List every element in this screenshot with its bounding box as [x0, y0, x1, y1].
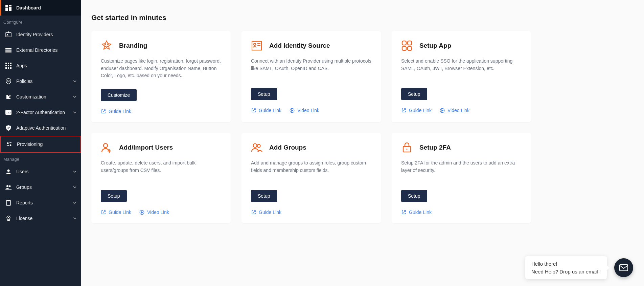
- setup-button[interactable]: Setup: [401, 88, 427, 100]
- svg-rect-15: [8, 65, 9, 66]
- sidebar-item-groups[interactable]: Groups: [0, 179, 81, 195]
- sidebar-item-label: Identity Providers: [16, 32, 76, 37]
- card-desc: Add and manage groups to assign roles, g…: [251, 159, 371, 180]
- svg-point-27: [9, 185, 11, 187]
- sidebar-item-dashboard[interactable]: Dashboard: [0, 0, 81, 16]
- sidebar-item-label: Adaptive Authentication: [16, 125, 76, 131]
- play-circle-icon: [290, 108, 295, 113]
- sidebar-item-label: Users: [16, 169, 73, 174]
- dashboard-icon: [5, 4, 12, 12]
- svg-rect-2: [9, 7, 12, 11]
- svg-rect-11: [5, 63, 7, 64]
- svg-point-24: [10, 145, 12, 146]
- setup-button[interactable]: Setup: [251, 88, 277, 100]
- card-title: Branding: [119, 42, 147, 49]
- chat-bubble: Hello there! Need Help? Drop us an email…: [525, 256, 607, 279]
- card-desc: Select and enable SSO for the applicatio…: [401, 58, 522, 79]
- sidebar-item-users[interactable]: Users: [0, 164, 81, 179]
- svg-rect-10: [5, 51, 12, 52]
- users-group-icon: [251, 142, 262, 153]
- guide-link[interactable]: Guide Link: [251, 108, 281, 113]
- link-text: Guide Link: [109, 210, 131, 215]
- card-add-users: Add/Import Users Create, update, delete …: [91, 133, 231, 223]
- card-setup-2fa: Setup 2FA Setup 2FA for the admin and th…: [392, 133, 531, 223]
- card-title: Add/Import Users: [119, 144, 173, 151]
- svg-rect-18: [8, 67, 9, 69]
- guide-link[interactable]: Guide Link: [101, 210, 131, 215]
- guide-link[interactable]: Guide Link: [251, 210, 281, 215]
- guide-link[interactable]: Guide Link: [401, 108, 432, 113]
- customize-button[interactable]: Customize: [101, 89, 137, 101]
- puzzle-icon: [5, 93, 12, 101]
- sidebar-item-adaptive-auth[interactable]: Adaptive Authentication: [0, 120, 81, 136]
- app-grid-icon: [401, 40, 413, 51]
- apps-grid-icon: [5, 62, 12, 69]
- guide-link[interactable]: Guide Link: [101, 109, 131, 114]
- card-branding: Branding Customize pages like login, reg…: [91, 31, 231, 122]
- card-setup-app: Setup App Select and enable SSO for the …: [392, 31, 531, 122]
- card-desc: Connect with an Identity Provider using …: [251, 58, 371, 79]
- list-icon: [5, 46, 12, 54]
- clipboard-icon: [5, 199, 12, 206]
- video-link[interactable]: Video Link: [139, 210, 169, 215]
- sidebar-item-label: Apps: [16, 63, 76, 68]
- sidebar-item-label: License: [16, 216, 73, 221]
- sidebar-item-identity-providers[interactable]: Identity Providers: [0, 27, 81, 42]
- shield-gear-icon: [5, 78, 12, 85]
- card-desc: Setup 2FA for the admin and the users to…: [401, 159, 522, 180]
- guide-link[interactable]: Guide Link: [401, 210, 432, 215]
- play-circle-icon: [139, 210, 145, 215]
- video-link[interactable]: Video Link: [290, 108, 319, 113]
- chevron-down-icon: [73, 95, 76, 98]
- svg-rect-19: [10, 67, 12, 69]
- chevron-down-icon: [73, 80, 76, 83]
- external-link-icon: [401, 210, 407, 215]
- setup-button[interactable]: Setup: [401, 190, 427, 202]
- chevron-down-icon: [73, 201, 76, 204]
- chevron-down-icon: [73, 185, 76, 189]
- card-title: Add Groups: [269, 144, 306, 151]
- lock-icon: [401, 142, 413, 153]
- external-link-icon: [251, 108, 256, 113]
- svg-point-23: [7, 142, 9, 144]
- svg-rect-13: [10, 63, 12, 64]
- svg-point-33: [108, 44, 108, 45]
- external-link-icon: [101, 109, 106, 114]
- link-text: Guide Link: [409, 108, 432, 113]
- chevron-down-icon: [73, 217, 76, 220]
- sidebar-item-reports[interactable]: Reports: [0, 195, 81, 211]
- section-manage: Manage: [0, 153, 81, 164]
- svg-point-25: [7, 170, 10, 172]
- svg-rect-14: [5, 65, 7, 66]
- sidebar-item-provisioning[interactable]: Provisioning: [0, 136, 81, 153]
- group-icon: [5, 183, 12, 191]
- card-add-groups: Add Groups Add and manage groups to assi…: [242, 133, 381, 223]
- sync-users-icon: [5, 140, 13, 148]
- link-text: Video Link: [147, 210, 169, 215]
- svg-point-48: [253, 144, 257, 148]
- svg-rect-39: [402, 41, 406, 45]
- external-link-icon: [101, 210, 106, 215]
- svg-rect-3: [5, 8, 8, 11]
- sidebar-item-external-directories[interactable]: External Directories: [0, 42, 81, 58]
- setup-button[interactable]: Setup: [251, 190, 277, 202]
- mail-icon: [619, 264, 628, 271]
- setup-button[interactable]: Setup: [101, 190, 127, 202]
- numeric-badge-icon: 123: [5, 109, 12, 116]
- svg-point-20: [8, 80, 9, 82]
- video-link[interactable]: Video Link: [440, 108, 469, 113]
- svg-point-35: [254, 43, 256, 45]
- sidebar-item-apps[interactable]: Apps: [0, 58, 81, 73]
- sidebar-item-2fa[interactable]: 123 2-Factor Authentication: [0, 105, 81, 120]
- id-card-icon: [5, 31, 12, 38]
- external-link-icon: [401, 108, 407, 113]
- svg-rect-40: [408, 41, 412, 45]
- sidebar-item-license[interactable]: License: [0, 211, 81, 226]
- chat-fab[interactable]: [614, 258, 633, 277]
- sidebar-item-policies[interactable]: Policies: [0, 73, 81, 89]
- sidebar-item-label: Reports: [16, 200, 73, 205]
- main-content: Get started in minutes Branding Customiz…: [81, 0, 644, 286]
- sidebar-item-customization[interactable]: Customization: [0, 89, 81, 105]
- link-text: Guide Link: [109, 109, 131, 114]
- svg-rect-52: [620, 265, 628, 271]
